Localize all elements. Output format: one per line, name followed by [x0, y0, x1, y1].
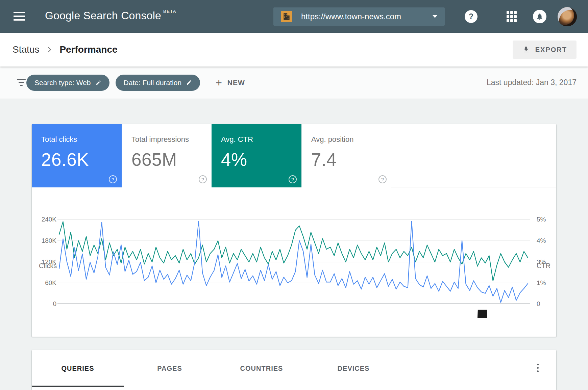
tab-pages[interactable]: PAGES: [124, 350, 216, 387]
metric-card-total-impressions[interactable]: Total impressions 665M ?: [122, 124, 212, 187]
notifications-bell-icon[interactable]: [533, 10, 546, 23]
help-icon[interactable]: ?: [465, 10, 477, 23]
filter-icon[interactable]: [16, 79, 26, 86]
mouse-cursor: [477, 309, 488, 319]
download-icon: [522, 46, 530, 54]
property-icon: [281, 11, 292, 22]
edit-pencil-icon: [186, 80, 192, 85]
left-axis-tick: 240K: [32, 216, 56, 223]
edit-pencil-icon: [96, 80, 101, 85]
performance-chart-card: Total clicks 26.6K ? Total impressions 6…: [32, 124, 556, 337]
chart-lines: [32, 182, 556, 337]
property-selector[interactable]: https://www.town-news.com: [273, 7, 445, 26]
metric-cards-strip: Total clicks 26.6K ? Total impressions 6…: [32, 124, 556, 187]
page-title: Performance: [59, 44, 117, 55]
last-updated-text: Last updated: Jan 3, 2017: [487, 78, 577, 87]
app-logo: Google Search ConsoleBETA: [45, 9, 176, 22]
right-axis-tick: 0: [537, 300, 560, 308]
export-button[interactable]: EXPORT: [513, 41, 577, 59]
plus-icon: +: [216, 77, 222, 88]
tab-devices[interactable]: DEVICES: [308, 350, 399, 387]
right-axis-tick: 4%: [537, 237, 560, 244]
left-axis-tick: 60K: [32, 279, 56, 287]
beta-badge: BETA: [163, 9, 176, 14]
metric-card-total-clicks[interactable]: Total clicks 26.6K ?: [32, 124, 122, 187]
active-tab-underline: [32, 386, 124, 387]
top-app-bar: Google Search ConsoleBETA https://www.to…: [0, 0, 588, 33]
search-type-filter-chip[interactable]: Search type: Web: [26, 75, 109, 91]
new-filter-button[interactable]: + NEW: [216, 77, 245, 88]
property-url: https://www.town-news.com: [301, 12, 401, 21]
tab-queries[interactable]: QUERIES: [32, 350, 124, 387]
filter-bar: Search type: Web Date: Full duration + N…: [0, 67, 588, 99]
dimensions-table-card: QUERIES PAGES COUNTRIES DEVICES: [32, 350, 556, 390]
right-axis-tick: 5%: [537, 216, 560, 223]
left-axis-tick: 180K: [32, 237, 56, 244]
metric-card-avg-position[interactable]: Avg. position 7.4 ?: [301, 124, 391, 187]
date-filter-chip[interactable]: Date: Full duration: [116, 75, 200, 91]
right-axis-tick: 1%: [537, 279, 560, 287]
left-axis-tick: 0: [32, 300, 56, 308]
right-axis-tick: 3%: [537, 258, 560, 266]
more-options-icon[interactable]: [537, 364, 539, 372]
time-series-chart[interactable]: Clicks CTR 240K180K120K60K05%4%3%1%0Jan …: [32, 182, 556, 337]
apps-grid-icon[interactable]: [507, 11, 517, 22]
tab-countries[interactable]: COUNTRIES: [216, 350, 308, 387]
menu-icon[interactable]: [14, 12, 25, 21]
left-axis-tick: 120K: [32, 258, 56, 266]
chevron-down-icon: [433, 15, 437, 18]
breadcrumb-status-link[interactable]: Status: [13, 44, 39, 55]
breadcrumb-chevron-icon: [47, 46, 52, 53]
metric-card-avg-ctr[interactable]: Avg. CTR 4% ?: [212, 124, 301, 187]
dimension-tabs: QUERIES PAGES COUNTRIES DEVICES: [32, 350, 556, 387]
page-header: Status Performance EXPORT: [0, 33, 588, 67]
user-avatar[interactable]: [558, 7, 577, 26]
